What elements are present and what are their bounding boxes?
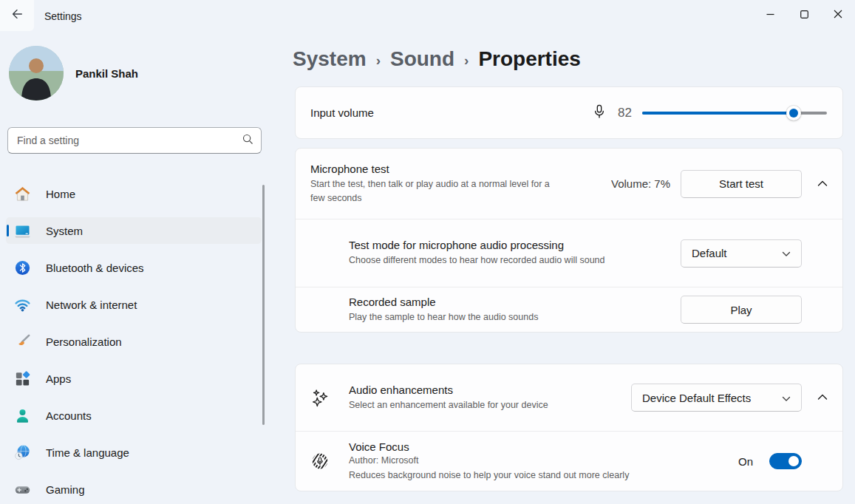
apps-icon	[13, 370, 31, 387]
sidebar-item-label: System	[46, 225, 83, 237]
sidebar-item-label: Accounts	[46, 409, 92, 422]
time-language-icon	[13, 443, 31, 461]
breadcrumb: System › Sound › Properties	[293, 47, 581, 71]
voice-focus-description: Reduces background noise to help your vo…	[349, 469, 704, 482]
sidebar-item-label: Personalization	[46, 336, 122, 348]
breadcrumb-separator: ›	[376, 50, 381, 69]
window-title: Settings	[44, 10, 82, 22]
audio-enhancements-dropdown[interactable]: Device Default Effects	[631, 384, 802, 412]
input-volume-value: 82	[618, 106, 632, 120]
sidebar-item-system[interactable]: System	[6, 217, 262, 244]
test-mode-subtitle: Choose different modes to hear how recor…	[349, 253, 637, 267]
recorded-sample-row: Recorded sample Play the sample to hear …	[296, 287, 842, 332]
search-icon	[242, 133, 253, 148]
chevron-up-icon	[817, 391, 828, 404]
audio-enhancements-dropdown-value: Device Default Effects	[642, 392, 751, 404]
sidebar-item-home[interactable]: Home	[6, 180, 262, 207]
chevron-down-icon	[782, 392, 791, 404]
audio-enhancements-row: Audio enhancements Select an enhancement…	[296, 364, 842, 431]
voice-focus-icon	[310, 452, 330, 471]
maximize-button[interactable]	[787, 0, 821, 30]
test-mode-dropdown[interactable]: Default	[681, 239, 802, 268]
slider-fill	[642, 112, 794, 115]
voice-focus-row: Voice Focus Author: Microsoft Reduces ba…	[296, 431, 842, 491]
input-volume-card: Input volume 82	[295, 86, 843, 139]
sidebar-item-time-language[interactable]: Time & language	[6, 439, 262, 466]
sidebar-item-label: Apps	[46, 372, 71, 385]
input-volume-label: Input volume	[310, 106, 584, 119]
accounts-icon	[13, 406, 31, 424]
microphone-test-title: Microphone test	[310, 163, 604, 175]
microphone-icon	[591, 103, 607, 123]
breadcrumb-properties: Properties	[478, 47, 581, 71]
sidebar-scrollbar[interactable]	[262, 185, 265, 425]
start-test-button[interactable]: Start test	[681, 170, 802, 198]
sidebar-item-label: Network & internet	[46, 299, 137, 311]
search-input[interactable]	[17, 134, 242, 146]
sidebar-item-personalization[interactable]: Personalization	[6, 328, 262, 355]
sidebar-item-apps[interactable]: Apps	[6, 365, 262, 392]
user-name: Pankil Shah	[75, 67, 138, 80]
network-icon	[13, 296, 31, 313]
title-bar: Settings	[0, 0, 855, 35]
test-mode-dropdown-value: Default	[692, 247, 727, 259]
audio-enhancements-card: Audio enhancements Select an enhancement…	[295, 364, 843, 491]
breadcrumb-sound[interactable]: Sound	[390, 47, 454, 71]
minimize-icon	[766, 8, 774, 21]
microphone-test-card: Microphone test Start the test, then tal…	[295, 148, 843, 333]
avatar	[9, 46, 64, 101]
chevron-up-icon	[817, 177, 828, 191]
test-mode-title: Test mode for microphone audio processin…	[349, 239, 673, 251]
sidebar-item-label: Bluetooth & devices	[46, 262, 144, 274]
maximize-icon	[800, 8, 808, 21]
search-box[interactable]	[7, 127, 262, 154]
sidebar-item-label: Home	[46, 188, 75, 200]
test-volume-label: Volume: 7%	[611, 177, 670, 190]
main-content: System › Sound › Properties Input volume…	[277, 35, 855, 504]
audio-enhancements-title: Audio enhancements	[349, 384, 624, 396]
system-icon	[13, 222, 31, 239]
breadcrumb-system[interactable]: System	[293, 47, 367, 71]
voice-focus-title: Voice Focus	[349, 440, 731, 453]
back-button[interactable]	[0, 0, 34, 31]
audio-enhancements-subtitle: Select an enhancement available for your…	[349, 398, 624, 412]
close-button[interactable]	[821, 0, 855, 30]
voice-focus-author: Author: Microsoft	[349, 454, 600, 467]
bluetooth-icon	[13, 259, 31, 276]
recorded-sample-title: Recorded sample	[349, 296, 673, 308]
input-volume-row: Input volume 82	[296, 87, 842, 138]
sidebar-item-gaming[interactable]: Gaming	[6, 476, 262, 503]
personalization-icon	[13, 333, 31, 350]
gaming-icon	[13, 480, 31, 498]
sidebar-item-accounts[interactable]: Accounts	[6, 402, 262, 429]
sidebar: Pankil Shah Home	[0, 35, 277, 504]
slider-thumb[interactable]	[786, 106, 801, 120]
window-controls	[753, 0, 855, 30]
voice-focus-toggle[interactable]	[769, 453, 802, 469]
microphone-test-subtitle: Start the test, then talk or play audio …	[310, 177, 562, 204]
sidebar-item-network-internet[interactable]: Network & internet	[6, 291, 262, 318]
sidebar-item-bluetooth-devices[interactable]: Bluetooth & devices	[6, 254, 262, 281]
toggle-knob	[788, 456, 799, 466]
audio-enhancements-collapse[interactable]	[802, 391, 842, 404]
microphone-test-row: Microphone test Start the test, then tal…	[296, 149, 842, 219]
input-volume-slider[interactable]	[642, 106, 827, 120]
sparkles-icon	[310, 388, 330, 408]
chevron-down-icon	[782, 247, 791, 259]
test-mode-row: Test mode for microphone audio processin…	[296, 219, 842, 287]
sidebar-item-label: Time & language	[46, 446, 129, 459]
user-profile[interactable]: Pankil Shah	[9, 46, 138, 101]
recorded-sample-subtitle: Play the sample to hear how the audio so…	[349, 310, 637, 324]
home-icon	[13, 185, 31, 202]
close-icon	[834, 8, 842, 21]
sidebar-nav: Home System Bluetooth & dev	[6, 180, 262, 504]
voice-focus-state-label: On	[738, 455, 753, 468]
microphone-test-collapse[interactable]	[802, 177, 842, 191]
play-button[interactable]: Play	[681, 296, 802, 324]
minimize-button[interactable]	[753, 0, 787, 30]
sidebar-item-label: Gaming	[46, 483, 85, 496]
breadcrumb-separator: ›	[464, 50, 469, 69]
back-arrow-icon	[10, 7, 24, 24]
